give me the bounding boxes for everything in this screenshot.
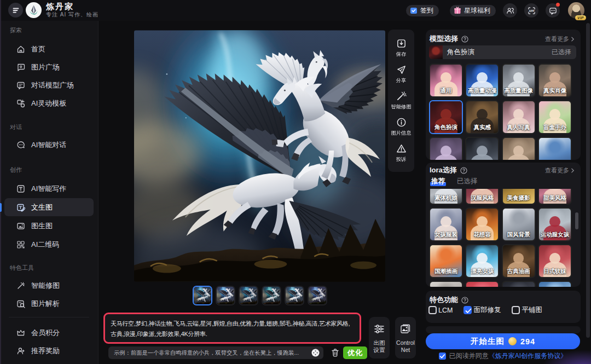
community-button[interactable] [503,3,517,18]
page-scrollbar[interactable] [586,22,590,361]
clear-prompt-button[interactable] [331,348,340,357]
selected-model-bar[interactable]: 角色扮演 已选择 [429,45,576,59]
model-tile-8[interactable]: 盲盒手办 [538,100,572,134]
generate-button[interactable]: 开始生图 294 [426,333,580,349]
lora-more-link[interactable]: 查看更多 [545,166,575,175]
thumbnail-3[interactable] [239,286,258,305]
controlnet-button[interactable]: ControlNet [395,317,416,359]
page-scrollbar-thumb[interactable] [586,23,590,338]
model-tile-7[interactable]: 真人写真 [502,100,536,134]
messages-button[interactable] [546,3,560,18]
lora-tile-1[interactable]: 素体机娘 [429,189,463,205]
thumbnail-1[interactable] [193,286,212,305]
lora-tile-6[interactable]: 花想容 [465,207,499,241]
example-prompt-pill[interactable]: 示例：前面是一个非常自鸣得意的小兵，双臂交叉，坐在长凳上，慢跑装... [108,346,323,359]
image-tool-save[interactable]: 保存 [396,38,407,58]
gem-logo-icon [28,4,39,16]
model-tile-3[interactable]: 高质量图像 [502,63,536,97]
feature-option-3[interactable]: 平铺图 [512,305,542,315]
image-tool-share[interactable]: 分享 [396,65,407,84]
model-tile-11[interactable] [502,137,536,160]
lora-tile-11[interactable]: 古典油画 [502,244,536,278]
lora-tab-1[interactable]: 推荐 [430,177,446,186]
generated-image[interactable] [134,30,385,282]
image-tool-wand[interactable]: 智能修图 [390,91,412,111]
model-more-link[interactable]: 查看更多 [545,35,575,43]
sidebar-item-person-plus[interactable]: 推荐奖励 [4,342,94,360]
model-tile-6[interactable]: 真实感 [465,100,499,134]
tile-label: 运动服女孩 [539,231,571,239]
checkbox[interactable] [428,306,437,314]
lora-tile-10[interactable]: 漂亮女孩 [465,244,499,278]
sidebar-item-label: AI智能写作 [31,184,66,194]
sidebar-item-chat-smart[interactable]: AI智能对话 [4,136,94,154]
output-settings-button[interactable]: 出图设置 [369,317,390,359]
lora-card-title: lora选择 [430,165,457,175]
lora-tile-4[interactable]: 甜美风格 [538,189,572,205]
image-tool-report[interactable]: 投诉 [396,143,407,163]
lora-tile-14[interactable] [465,281,499,287]
lora-tile-8[interactable]: 运动服女孩 [538,207,572,241]
thumbnail-image [240,287,257,304]
random-prompt-button[interactable] [311,349,320,357]
sidebar-item-crown[interactable]: 会员积分 [4,323,94,342]
brand: 炼丹家 专注 AI 写作、绘画 [46,2,99,18]
lora-tile-5[interactable]: 女孩服装 [429,207,463,241]
lora-tile-15[interactable] [502,281,536,287]
tile-label: 女孩服装 [430,231,462,239]
image-tool-info[interactable]: 图片信息 [390,117,412,137]
sidebar-item-gallery[interactable]: 图片广场 [4,58,94,76]
sidebar-item-chat-square[interactable]: 对话模型广场 [4,76,94,94]
planet-welfare-button[interactable]: 星球福利 [450,5,496,16]
lora-tile-9[interactable]: 国潮插画 [429,244,463,278]
model-tile-12[interactable] [538,137,572,160]
lora-tab-2[interactable]: 已选择 [457,177,478,186]
sidebar-item-home[interactable]: 首页 [4,40,94,58]
lora-tile-2[interactable]: 汉服风格 [465,189,499,205]
help-icon[interactable] [461,36,468,43]
prompt-input[interactable]: 天马行空,梦幻,神话生物,飞马,云端,星河,辉煌,自由,优雅,力量,翅膀,鬃毛,… [103,313,361,344]
sidebar-item-write[interactable]: AI智能写作 [4,180,94,198]
model-tile-10[interactable] [465,137,499,160]
checkbox[interactable] [463,306,472,314]
app-download-button[interactable]: APP [524,3,538,18]
model-tile-5[interactable]: 角色扮演 [429,100,463,134]
check-icon [439,354,445,359]
agreement-checkbox[interactable] [439,353,446,360]
help-icon[interactable] [460,167,467,174]
wand-icon [396,91,407,101]
sidebar-item-wand[interactable]: 智能修图 [4,276,94,294]
model-tile-1[interactable]: 通用 [429,63,463,97]
thumbnail-image [263,287,280,304]
feature-option-2[interactable]: 面部修复 [463,305,501,315]
lora-tile-12[interactable]: 日式软妹 [538,244,572,278]
checkbox[interactable] [512,306,520,314]
sidebar-item-img2img[interactable]: 图生图 [4,217,94,235]
model-tile-4[interactable]: 真实肖像 [538,63,572,97]
thumbnail-4[interactable] [262,286,281,305]
sidebar-item-qrcode[interactable]: AI二维码 [4,235,94,253]
user-avatar[interactable]: VIP [568,2,584,19]
help-icon[interactable] [461,297,468,304]
feature-option-1[interactable]: LCM [428,306,453,314]
sidebar-item-text2img[interactable]: 文生图 [4,198,94,216]
model-tile-2[interactable]: 高质量动漫 [465,63,499,97]
menu-toggle-button[interactable] [8,3,23,18]
thumbnail-5[interactable] [285,286,304,305]
app-logo[interactable] [26,2,42,18]
model-tile-9[interactable] [429,137,463,160]
tile-label: 真实感 [466,124,498,131]
checkin-button[interactable]: 签到 [406,5,439,16]
sidebar-item-template[interactable]: AI灵动模板 [4,94,94,112]
lora-tile-13[interactable] [429,281,463,287]
lora-tile-7[interactable]: 国风背景 [502,207,536,241]
thumbnail-6[interactable] [308,286,327,305]
thumbnail-2[interactable] [216,286,235,305]
chat-square-icon [16,81,25,90]
lora-tile-16[interactable] [538,281,572,287]
lora-scrollbar-thumb[interactable] [575,212,578,229]
optimize-button[interactable]: 优化 [343,346,367,359]
lora-tile-3[interactable]: 美食摄影 [502,189,536,205]
sidebar-item-analyze[interactable]: 图片解析 [4,294,94,313]
write-icon [16,184,25,193]
